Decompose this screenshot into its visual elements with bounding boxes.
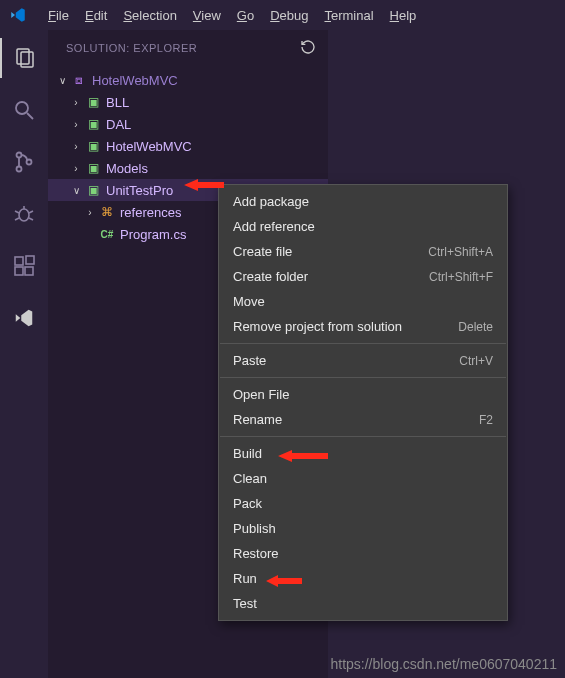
chevron-right-icon: › <box>68 163 84 174</box>
menubar: FileEditSelectionViewGoDebugTerminalHelp <box>0 0 565 30</box>
activity-search-icon[interactable] <box>0 90 48 130</box>
tree-folder-bll[interactable]: › ▣ BLL <box>48 91 328 113</box>
svg-point-5 <box>17 167 22 172</box>
context-menu-item-label: Add reference <box>233 219 315 234</box>
chevron-right-icon: › <box>68 141 84 152</box>
context-menu-item-label: Pack <box>233 496 262 511</box>
context-menu-item-run[interactable]: Run <box>219 566 507 591</box>
svg-rect-16 <box>26 256 34 264</box>
chevron-down-icon: ∨ <box>54 75 70 86</box>
context-menu-shortcut: Delete <box>458 320 493 334</box>
menu-selection[interactable]: Selection <box>115 4 184 27</box>
project-icon: ▣ <box>84 95 102 109</box>
menu-help[interactable]: Help <box>382 4 425 27</box>
context-menu-item-label: Open File <box>233 387 289 402</box>
context-menu-item-paste[interactable]: PasteCtrl+V <box>219 348 507 373</box>
app-logo-icon <box>8 5 28 25</box>
tree-label: HotelWebMVC <box>92 73 178 88</box>
context-menu-item-test[interactable]: Test <box>219 591 507 616</box>
activity-explorer-icon[interactable] <box>0 38 48 78</box>
svg-line-10 <box>29 211 33 213</box>
activity-bar <box>0 30 48 678</box>
tree-label: references <box>120 205 181 220</box>
menu-terminal[interactable]: Terminal <box>316 4 381 27</box>
project-icon: ▣ <box>84 161 102 175</box>
context-menu-shortcut: F2 <box>479 413 493 427</box>
svg-rect-15 <box>25 267 33 275</box>
context-menu-item-label: Create folder <box>233 269 308 284</box>
project-icon: ▣ <box>84 139 102 153</box>
tree-label: Models <box>106 161 148 176</box>
tree-label: Program.cs <box>120 227 186 242</box>
svg-line-3 <box>27 113 33 119</box>
project-icon: ▣ <box>84 183 102 197</box>
refresh-icon[interactable] <box>300 39 316 57</box>
context-menu-item-add-package[interactable]: Add package <box>219 189 507 214</box>
context-menu-item-rename[interactable]: RenameF2 <box>219 407 507 432</box>
tree-label: HotelWebMVC <box>106 139 192 154</box>
sidebar-header: SOLUTION: EXPLORER <box>48 30 328 65</box>
context-menu: Add packageAdd referenceCreate fileCtrl+… <box>218 184 508 621</box>
context-menu-item-label: Remove project from solution <box>233 319 402 334</box>
chevron-right-icon: › <box>68 119 84 130</box>
context-menu-item-add-reference[interactable]: Add reference <box>219 214 507 239</box>
activity-vs-icon[interactable] <box>0 298 48 338</box>
context-menu-separator <box>220 377 506 378</box>
tree-folder-dal[interactable]: › ▣ DAL <box>48 113 328 135</box>
context-menu-separator <box>220 343 506 344</box>
activity-source-control-icon[interactable] <box>0 142 48 182</box>
project-icon: ▣ <box>84 117 102 131</box>
context-menu-item-build[interactable]: Build <box>219 441 507 466</box>
svg-line-11 <box>15 218 19 220</box>
context-menu-item-label: Test <box>233 596 257 611</box>
svg-line-12 <box>29 218 33 220</box>
tree-label: UnitTestPro <box>106 183 173 198</box>
activity-debug-icon[interactable] <box>0 194 48 234</box>
chevron-down-icon: ∨ <box>68 185 84 196</box>
tree-label: BLL <box>106 95 129 110</box>
svg-rect-14 <box>15 267 23 275</box>
menu-debug[interactable]: Debug <box>262 4 316 27</box>
context-menu-item-create-file[interactable]: Create fileCtrl+Shift+A <box>219 239 507 264</box>
sidebar-title: SOLUTION: EXPLORER <box>66 42 197 54</box>
activity-extensions-icon[interactable] <box>0 246 48 286</box>
context-menu-item-open-file[interactable]: Open File <box>219 382 507 407</box>
context-menu-item-pack[interactable]: Pack <box>219 491 507 516</box>
svg-point-6 <box>27 160 32 165</box>
context-menu-item-label: Restore <box>233 546 279 561</box>
references-icon: ⌘ <box>98 205 116 219</box>
context-menu-item-move[interactable]: Move <box>219 289 507 314</box>
context-menu-item-label: Add package <box>233 194 309 209</box>
menu-view[interactable]: View <box>185 4 229 27</box>
tree-folder-web[interactable]: › ▣ HotelWebMVC <box>48 135 328 157</box>
context-menu-item-label: Clean <box>233 471 267 486</box>
context-menu-item-remove-project-from-solution[interactable]: Remove project from solutionDelete <box>219 314 507 339</box>
context-menu-shortcut: Ctrl+Shift+A <box>428 245 493 259</box>
context-menu-item-create-folder[interactable]: Create folderCtrl+Shift+F <box>219 264 507 289</box>
watermark-text: https://blog.csdn.net/me0607040211 <box>330 656 557 672</box>
context-menu-item-publish[interactable]: Publish <box>219 516 507 541</box>
menu-file[interactable]: File <box>40 4 77 27</box>
solution-icon: ⧈ <box>70 73 88 87</box>
menu-edit[interactable]: Edit <box>77 4 115 27</box>
context-menu-item-label: Paste <box>233 353 266 368</box>
context-menu-separator <box>220 436 506 437</box>
context-menu-item-label: Move <box>233 294 265 309</box>
context-menu-item-label: Create file <box>233 244 292 259</box>
context-menu-item-clean[interactable]: Clean <box>219 466 507 491</box>
svg-point-4 <box>17 153 22 158</box>
chevron-right-icon: › <box>82 207 98 218</box>
tree-label: DAL <box>106 117 131 132</box>
context-menu-item-label: Rename <box>233 412 282 427</box>
svg-line-9 <box>15 211 19 213</box>
tree-root[interactable]: ∨ ⧈ HotelWebMVC <box>48 69 328 91</box>
context-menu-item-label: Build <box>233 446 262 461</box>
context-menu-shortcut: Ctrl+Shift+F <box>429 270 493 284</box>
menu-go[interactable]: Go <box>229 4 262 27</box>
menubar-items: FileEditSelectionViewGoDebugTerminalHelp <box>40 4 424 27</box>
svg-point-7 <box>19 209 29 221</box>
tree-folder-models[interactable]: › ▣ Models <box>48 157 328 179</box>
svg-point-2 <box>16 102 28 114</box>
context-menu-item-restore[interactable]: Restore <box>219 541 507 566</box>
context-menu-item-label: Run <box>233 571 257 586</box>
